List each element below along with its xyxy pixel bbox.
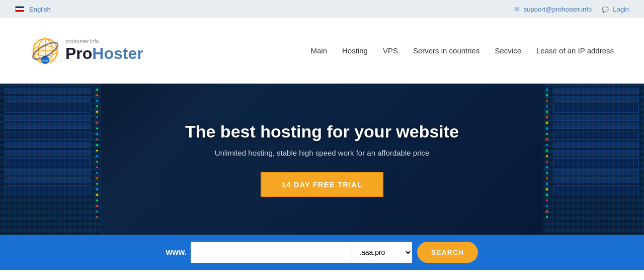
main-nav: Main Hosting VPS Servers in countries Se… bbox=[311, 46, 614, 55]
domain-search-input[interactable] bbox=[191, 242, 352, 263]
free-trial-button[interactable]: 14 DAY FREE TRIAL bbox=[261, 172, 383, 197]
logo-small-text: prohoster.info bbox=[65, 38, 143, 44]
header: www prohoster.info ProHoster Main Hostin… bbox=[0, 18, 644, 84]
topbar-right: support@prohoster.info Login bbox=[514, 6, 629, 13]
svg-text:www: www bbox=[43, 59, 48, 62]
flag-icon bbox=[15, 6, 24, 12]
language-label: English bbox=[29, 6, 51, 13]
topbar: English support@prohoster.info Login bbox=[0, 0, 644, 18]
nav-item-servers-countries[interactable]: Servers in countries bbox=[413, 46, 480, 55]
chat-icon bbox=[602, 6, 610, 13]
search-bar: www. .aaa.pro .com .net .org .info .biz … bbox=[0, 235, 644, 270]
envelope-icon bbox=[514, 6, 521, 13]
nav-item-service[interactable]: Secvice bbox=[495, 46, 521, 55]
search-button[interactable]: SEARCH bbox=[417, 242, 478, 263]
login-link[interactable]: Login bbox=[602, 6, 629, 13]
support-email: support@prohoster.info bbox=[524, 6, 592, 13]
logo-text: prohoster.info ProHoster bbox=[65, 38, 143, 63]
nav-item-lease-ip[interactable]: Lease of an IP address bbox=[536, 46, 614, 55]
www-label: www. bbox=[166, 248, 187, 257]
nav-item-vps[interactable]: VPS bbox=[383, 46, 398, 55]
logo[interactable]: www prohoster.info ProHoster bbox=[30, 36, 143, 66]
server-rack-left bbox=[0, 84, 101, 235]
language-selector[interactable]: English bbox=[15, 6, 51, 13]
nav-item-main[interactable]: Main bbox=[311, 46, 328, 55]
hero-content: The best hosting for your website Unlimi… bbox=[185, 122, 459, 197]
login-label: Login bbox=[613, 6, 629, 13]
hero-subtitle: Unlimited hosting, stable high speed wor… bbox=[185, 149, 459, 157]
nav-item-hosting[interactable]: Hosting bbox=[342, 46, 368, 55]
logo-globe-icon: www bbox=[30, 36, 60, 66]
server-rack-right bbox=[543, 84, 644, 235]
domain-extension-select[interactable]: .aaa.pro .com .net .org .info .biz bbox=[352, 242, 412, 263]
support-email-link[interactable]: support@prohoster.info bbox=[514, 6, 592, 13]
logo-big-text: ProHoster bbox=[65, 44, 143, 63]
hero-title: The best hosting for your website bbox=[185, 122, 459, 142]
hero-section: The best hosting for your website Unlimi… bbox=[0, 84, 644, 235]
